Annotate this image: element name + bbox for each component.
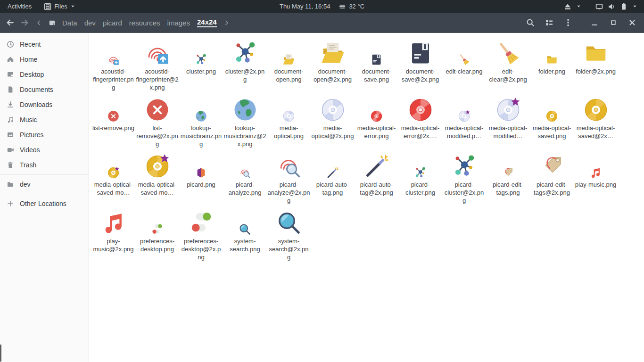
file-item[interactable]: list-remove.png [91, 92, 135, 148]
sidebar-item-documents[interactable]: Documents [0, 82, 89, 97]
file-label: document-save@2x.png [399, 67, 442, 83]
weather-indicator[interactable]: 32 °C [337, 0, 366, 13]
breadcrumb-dev[interactable]: dev [84, 19, 96, 27]
sidebar-scrollbar-thumb[interactable] [0, 345, 1, 362]
breadcrumb-images[interactable]: images [167, 19, 190, 27]
sidebar-item-videos[interactable]: Videos [0, 142, 89, 157]
file-item[interactable]: edit-clear.png [442, 36, 486, 91]
file-item[interactable]: preferences-desktop.png [135, 206, 179, 261]
caret-down-icon[interactable] [576, 4, 581, 9]
file-item[interactable]: document-open.png [267, 36, 311, 91]
cd-error-icon [408, 95, 433, 123]
file-label: picard-auto-tag@2x.png [355, 181, 398, 197]
cd-saved-modified-icon [145, 152, 170, 179]
file-item[interactable]: list-remove@2x.png [135, 92, 179, 148]
sidebar-item-downloads[interactable]: Downloads [0, 97, 89, 112]
globe-icon [232, 95, 258, 123]
view-list-button[interactable] [545, 18, 553, 27]
file-item[interactable]: media-optical-error.png [355, 92, 398, 148]
file-item[interactable]: play-music@2x.png [91, 206, 135, 261]
file-label: document-save.png [355, 67, 398, 83]
temperature-label: 32 °C [349, 3, 364, 10]
file-label: edit-clear.png [446, 67, 482, 75]
file-item[interactable]: picard-edit-tags@2x.png [530, 149, 574, 205]
file-item[interactable]: picard-analyze.png [223, 149, 267, 205]
breadcrumb-resources[interactable]: resources [129, 19, 160, 27]
battery-icon[interactable] [620, 3, 627, 10]
close-button[interactable] [628, 18, 636, 27]
file-label: cluster.png [186, 67, 216, 75]
file-item[interactable]: document-open@2x.png [311, 36, 355, 91]
path-scroll-left-icon[interactable] [36, 20, 42, 26]
file-item[interactable]: cluster.png [179, 36, 223, 91]
file-label: picard-analyze.png [224, 181, 266, 197]
file-item[interactable]: system-search@2x.png [267, 206, 311, 261]
file-item[interactable]: media-optical-modified… [486, 92, 530, 148]
file-item[interactable]: edit-clear@2x.png [486, 36, 530, 91]
sidebar-item-trash[interactable]: Trash [0, 157, 89, 173]
file-item[interactable]: lookup-musicbrainz.png [179, 92, 223, 148]
display-icon[interactable] [595, 3, 603, 10]
sidebar-item-pictures[interactable]: Pictures [0, 127, 89, 142]
doc-open-icon [320, 39, 346, 66]
sidebar-item-music[interactable]: Music [0, 112, 89, 127]
fog-icon [339, 3, 346, 10]
app-menu-label: Files [54, 3, 67, 10]
minimize-button[interactable] [590, 18, 599, 27]
eject-icon[interactable] [564, 3, 571, 10]
caret-down-icon[interactable] [632, 4, 637, 9]
clock-button[interactable]: Thu May 11, 16:54 [278, 0, 332, 13]
file-item[interactable]: media-optical-saved@2x… [574, 92, 618, 148]
back-button[interactable] [6, 18, 14, 27]
file-item[interactable]: picard-analyze@2x.png [267, 149, 311, 205]
file-item[interactable]: acoustid-fingerprinter.png [91, 36, 135, 91]
volume-icon[interactable] [608, 3, 615, 10]
cd-error-icon [370, 95, 383, 123]
file-label: acoustid-fingerprinter@2x.png [136, 67, 179, 91]
cd-icon [282, 95, 295, 123]
file-item[interactable]: picard-cluster@2x.png [442, 149, 486, 205]
file-item[interactable]: system-search.png [223, 206, 267, 261]
file-item[interactable]: preferences-desktop@2x.png [179, 206, 223, 261]
sidebar-item-other-locations[interactable]: Other Locations [0, 196, 89, 211]
file-label: document-open.png [268, 67, 310, 83]
search-button[interactable] [526, 18, 535, 27]
file-item[interactable]: picard-cluster.png [398, 149, 442, 205]
file-item[interactable]: media-optical-saved.png [530, 92, 574, 148]
sidebar-item-desktop[interactable]: Desktop [0, 67, 89, 82]
file-item[interactable]: folder.png [530, 36, 574, 91]
file-item[interactable]: media-optical-saved-mo… [135, 149, 179, 205]
file-item[interactable]: document-save.png [355, 36, 398, 91]
file-item[interactable]: document-save@2x.png [398, 36, 442, 91]
sidebar-item-label: Other Locations [20, 200, 66, 207]
file-item[interactable]: picard.png [179, 149, 223, 205]
file-item[interactable]: acoustid-fingerprinter@2x.png [135, 36, 179, 91]
file-item[interactable]: media-optical.png [267, 92, 311, 148]
sidebar-item-dev[interactable]: dev [0, 177, 89, 192]
file-item[interactable]: cluster@2x.png [223, 36, 267, 91]
sidebar-item-label: Downloads [20, 101, 52, 108]
breadcrumb-picard[interactable]: picard [103, 19, 122, 27]
file-item[interactable]: media-optical@2x.png [311, 92, 355, 148]
file-item[interactable]: media-optical-saved-mo… [91, 149, 135, 205]
file-item[interactable]: media-optical-modified.p… [442, 92, 486, 148]
activities-button[interactable]: Activities [6, 0, 33, 13]
forward-button[interactable] [21, 18, 29, 27]
file-item[interactable]: picard-auto-tag.png [311, 149, 355, 205]
search-blue-icon [276, 208, 302, 236]
file-item[interactable]: folder@2x.png [574, 36, 618, 91]
maximize-button[interactable] [609, 18, 618, 27]
menu-kebab-button[interactable] [564, 18, 572, 27]
sidebar-item-home[interactable]: Home [0, 52, 89, 67]
app-menu-button[interactable]: Files [42, 0, 77, 13]
file-item[interactable]: picard-edit-tags.png [486, 149, 530, 205]
path-scroll-right-icon[interactable] [223, 20, 230, 26]
file-item[interactable]: picard-auto-tag@2x.png [355, 149, 398, 205]
remove-icon [107, 95, 120, 123]
sidebar-item-recent[interactable]: Recent [0, 37, 89, 52]
file-item[interactable]: lookup-musicbrainz@2x.png [223, 92, 267, 148]
file-item[interactable]: media-optical-error@2x.… [398, 92, 442, 148]
file-item[interactable]: play-music.png [574, 149, 618, 205]
breadcrumb-24x24[interactable]: 24x24 [197, 18, 217, 27]
breadcrumb-Data[interactable]: Data [62, 19, 77, 27]
